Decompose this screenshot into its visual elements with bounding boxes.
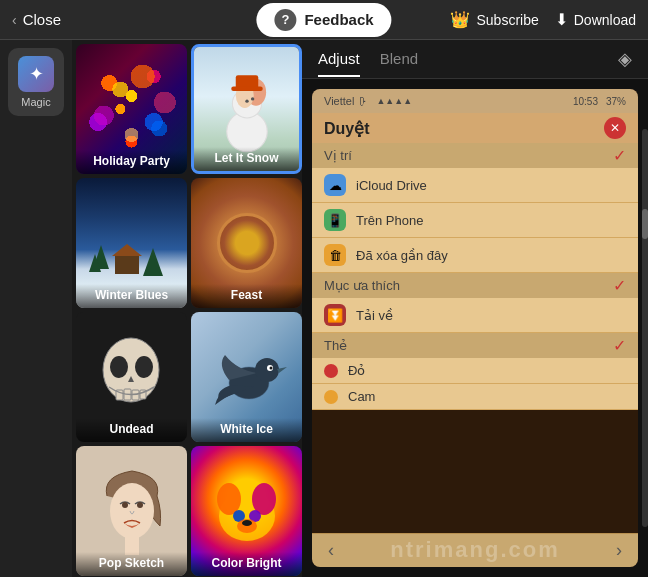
filter-grid: Holiday Party <box>72 40 302 577</box>
filter-winter-blues[interactable]: Winter Blues <box>76 178 187 308</box>
filter-row-1: Holiday Party <box>76 44 298 174</box>
phone-icon: 📱 <box>324 209 346 231</box>
filter-row-4: Pop Sketch Color Bright <box>76 446 298 576</box>
chevron-left-icon: ‹ <box>12 12 17 28</box>
tab-blend[interactable]: Blend <box>380 50 418 77</box>
svg-point-10 <box>135 356 153 378</box>
ios-phone-item[interactable]: 📱 Trên Phone <box>312 203 638 238</box>
downloads-icon: ⏬ <box>324 304 346 326</box>
magic-button[interactable]: ✦ Magic <box>8 48 64 116</box>
phone-screenshot: Viettel ᢕ ▲▲▲▲ 10:53 37% Duyệt ✕ <box>312 89 638 567</box>
ios-tags-check: ✓ <box>613 336 626 355</box>
app-header: ‹ Close ? Feedback 👑 Subscribe ⬇ Downloa… <box>0 0 648 40</box>
undead-label: Undead <box>76 418 187 442</box>
filter-let-it-snow[interactable]: Let It Snow <box>191 44 302 174</box>
scroll-track <box>642 129 648 527</box>
magic-label: Magic <box>21 96 50 108</box>
ios-time-battery: 10:53 37% <box>573 96 626 107</box>
feedback-button[interactable]: ? Feedback <box>256 3 391 37</box>
svg-point-20 <box>122 502 128 508</box>
holiday-party-label: Holiday Party <box>76 150 187 174</box>
svg-point-19 <box>110 483 154 539</box>
preview-area: Viettel ᢕ ▲▲▲▲ 10:53 37% Duyệt ✕ <box>302 79 648 577</box>
feedback-icon: ? <box>274 9 296 31</box>
white-ice-label: White Ice <box>191 418 302 442</box>
magic-icon: ✦ <box>18 56 54 92</box>
ios-favorites-label: Mục ưa thích <box>324 278 400 293</box>
tab-adjust[interactable]: Adjust <box>318 50 360 77</box>
ios-downloads-item[interactable]: ⏬ Tải về <box>312 298 638 333</box>
red-tag-label: Đỏ <box>348 363 365 378</box>
crown-icon: 👑 <box>450 10 470 29</box>
subscribe-button[interactable]: 👑 Subscribe <box>450 10 538 29</box>
pop-sketch-label: Pop Sketch <box>76 552 187 576</box>
ios-tags-label: Thẻ <box>324 338 347 353</box>
subscribe-label: Subscribe <box>476 12 538 28</box>
svg-point-18 <box>269 366 272 369</box>
snowman-svg <box>212 64 282 154</box>
ios-icloud-label: iCloud Drive <box>356 178 626 193</box>
filter-undead[interactable]: Undead <box>76 312 187 442</box>
filter-row-2: Winter Blues Feast <box>76 178 298 308</box>
let-it-snow-label: Let It Snow <box>194 147 299 171</box>
right-panel: Adjust Blend ◈ Viettel ᢕ ▲▲▲▲ 10:53 37% <box>302 40 648 577</box>
svg-point-24 <box>217 483 241 515</box>
ios-deleted-label: Đã xóa gần đây <box>356 248 626 263</box>
svg-rect-5 <box>231 87 263 92</box>
scroll-thumb[interactable] <box>642 209 648 239</box>
trash-icon: 🗑 <box>324 244 346 266</box>
animal-svg <box>209 471 284 551</box>
ios-favorites-check: ✓ <box>613 276 626 295</box>
ios-deleted-item[interactable]: 🗑 Đã xóa gần đây <box>312 238 638 273</box>
orange-tag-dot <box>324 390 338 404</box>
red-tag-dot <box>324 364 338 378</box>
main-content: ✦ Magic Holiday Party <box>0 40 648 577</box>
ios-phone-label: Trên Phone <box>356 213 626 228</box>
svg-point-16 <box>255 358 279 382</box>
svg-point-7 <box>250 97 253 100</box>
close-label: Close <box>23 11 61 28</box>
ios-favorites-header: Mục ưa thích ✓ <box>312 273 638 298</box>
filter-color-bright[interactable]: Color Bright <box>191 446 302 576</box>
ios-title-bar: Duyệt ✕ <box>312 113 638 143</box>
filter-holiday-party[interactable]: Holiday Party <box>76 44 187 174</box>
header-right: 👑 Subscribe ⬇ Download <box>450 10 636 29</box>
svg-point-29 <box>242 520 252 526</box>
svg-point-21 <box>137 502 143 508</box>
tabs-bar: Adjust Blend ◈ <box>302 40 648 79</box>
filter-row-3: Undead <box>76 312 298 442</box>
raven-svg <box>207 335 287 420</box>
svg-point-9 <box>110 356 128 378</box>
eraser-icon[interactable]: ◈ <box>618 48 632 78</box>
download-icon: ⬇ <box>555 10 568 29</box>
orange-tag-label: Cam <box>348 389 375 404</box>
ios-cancel-button[interactable]: ✕ <box>604 117 626 139</box>
ios-icloud-item[interactable]: ☁ iCloud Drive <box>312 168 638 203</box>
skull-svg <box>94 332 169 422</box>
ios-location-label: Vị trí <box>324 148 352 163</box>
sidebar: ✦ Magic <box>0 40 72 577</box>
ios-downloads-label: Tải về <box>356 308 626 323</box>
download-label: Download <box>574 12 636 28</box>
ios-location-check: ✓ <box>613 146 626 165</box>
winter-blues-label: Winter Blues <box>76 284 187 308</box>
ios-tags-header: Thẻ ✓ <box>312 333 638 358</box>
feast-label: Feast <box>191 284 302 308</box>
ios-browse-title: Duyệt <box>324 119 370 138</box>
ios-status-bar: Viettel ᢕ ▲▲▲▲ 10:53 37% <box>312 89 638 113</box>
feedback-label: Feedback <box>304 11 373 28</box>
ios-tag-orange-item[interactable]: Cam <box>312 384 638 410</box>
watermark: ntrimang.com <box>302 537 648 563</box>
filter-feast[interactable]: Feast <box>191 178 302 308</box>
ios-ui: Viettel ᢕ ▲▲▲▲ 10:53 37% Duyệt ✕ <box>312 89 638 567</box>
filter-white-ice[interactable]: White Ice <box>191 312 302 442</box>
ios-location-header: Vị trí ✓ <box>312 143 638 168</box>
ios-tag-red-item[interactable]: Đỏ <box>312 358 638 384</box>
header-center: ? Feedback <box>256 3 391 37</box>
close-button[interactable]: ‹ Close <box>12 11 61 28</box>
filter-pop-sketch[interactable]: Pop Sketch <box>76 446 187 576</box>
download-button[interactable]: ⬇ Download <box>555 10 636 29</box>
ios-carrier: Viettel ᢕ ▲▲▲▲ <box>324 95 412 107</box>
svg-point-6 <box>245 99 248 102</box>
sketch-face-svg <box>92 461 172 561</box>
